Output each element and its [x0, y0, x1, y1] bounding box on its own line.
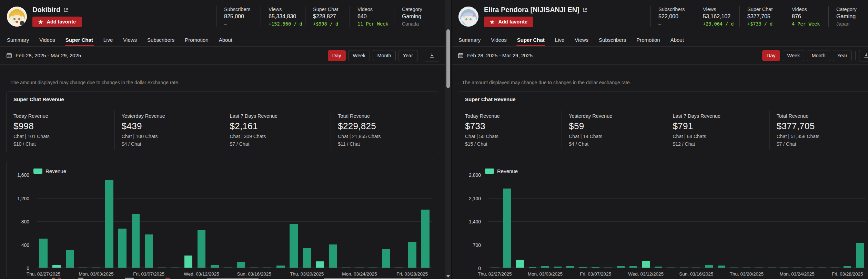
date-range-picker[interactable]: Feb 28, 2025 - Mar 29, 2025: [458, 52, 533, 58]
range-button[interactable]: Day: [328, 50, 346, 61]
chart-bar[interactable]: [276, 266, 285, 268]
chart-bar[interactable]: [617, 266, 625, 268]
chart-bar[interactable]: [290, 224, 298, 268]
chart-bar[interactable]: [780, 267, 788, 268]
chart-bar[interactable]: [303, 248, 311, 268]
tab-item[interactable]: Super Chat: [65, 33, 93, 46]
chart-bar[interactable]: [642, 261, 650, 268]
channel-name[interactable]: Elira Pendora [NIJISANJI EN]: [484, 6, 579, 14]
chart-bar[interactable]: [211, 265, 219, 268]
chart-bar[interactable]: [263, 267, 272, 268]
range-button[interactable]: Month: [807, 50, 830, 61]
chart-bar[interactable]: [768, 267, 776, 268]
tab-item[interactable]: Subscribers: [599, 33, 626, 46]
tab-item[interactable]: Videos: [491, 33, 507, 46]
chart-bar[interactable]: [355, 267, 364, 268]
download-button[interactable]: [425, 50, 439, 61]
tab-item[interactable]: Views: [123, 33, 137, 46]
chart-bar[interactable]: [105, 180, 113, 268]
tab-item[interactable]: Live: [103, 33, 113, 46]
add-favorite-button[interactable]: ★ Add favorite: [32, 17, 82, 27]
chart-bar[interactable]: [566, 266, 574, 268]
chart-bar[interactable]: [503, 189, 511, 268]
range-button[interactable]: Week: [783, 50, 805, 61]
chart-bar[interactable]: [145, 234, 153, 268]
chart-bar[interactable]: [831, 267, 839, 268]
chart-bar[interactable]: [755, 267, 763, 268]
tab-item[interactable]: Super Chat: [517, 33, 545, 46]
chart-bar[interactable]: [541, 266, 549, 268]
chart-bar[interactable]: [529, 267, 537, 268]
chart-bar[interactable]: [680, 267, 688, 268]
chart-bar[interactable]: [743, 267, 751, 268]
chart-bar[interactable]: [554, 267, 562, 268]
chart-bar[interactable]: [491, 267, 499, 268]
chart-bar[interactable]: [158, 267, 166, 268]
chart-bar[interactable]: [408, 242, 416, 268]
chart-bar[interactable]: [844, 266, 851, 268]
chart-bar[interactable]: [856, 243, 864, 268]
chart-bar[interactable]: [730, 267, 738, 268]
tab-item[interactable]: About: [670, 33, 684, 46]
tab-item[interactable]: Subscribers: [147, 33, 174, 46]
tab-item[interactable]: Summary: [7, 33, 29, 46]
chart-bar[interactable]: [667, 267, 675, 268]
tab-item[interactable]: About: [219, 33, 232, 46]
chart-bar[interactable]: [171, 267, 179, 268]
tab-item[interactable]: Summary: [458, 33, 481, 46]
chart-bar[interactable]: [369, 267, 377, 268]
range-button[interactable]: Year: [398, 50, 417, 61]
triangle-down-icon[interactable]: [446, 275, 450, 278]
chart-bar[interactable]: [516, 260, 524, 268]
chart-bar[interactable]: [39, 239, 48, 268]
chart-bar[interactable]: [421, 210, 430, 268]
chart-bar[interactable]: [604, 267, 612, 268]
tab-item[interactable]: Promotion: [185, 33, 208, 46]
chart-bar[interactable]: [705, 265, 713, 268]
range-button[interactable]: Month: [373, 50, 395, 61]
chart-bar[interactable]: [629, 266, 637, 268]
tab-item[interactable]: Videos: [39, 33, 55, 46]
tab-item[interactable]: Views: [575, 33, 588, 46]
chart-bar[interactable]: [66, 250, 74, 268]
chart-bar[interactable]: [237, 262, 245, 268]
chart-bar[interactable]: [118, 229, 127, 268]
chart-bar[interactable]: [806, 267, 814, 268]
chart-bar[interactable]: [132, 214, 140, 268]
chart-bar[interactable]: [579, 267, 587, 268]
chart-bar[interactable]: [250, 267, 259, 268]
external-link-icon[interactable]: [583, 8, 587, 12]
chart-bar[interactable]: [592, 267, 599, 268]
stat-value: Gaming: [836, 13, 868, 20]
scrollbar-thumb[interactable]: [446, 29, 450, 88]
chart-bar[interactable]: [184, 256, 193, 268]
tab-item[interactable]: Live: [555, 33, 565, 46]
download-button[interactable]: [859, 50, 868, 61]
range-button[interactable]: Week: [349, 50, 370, 61]
chart-bar[interactable]: [329, 244, 337, 268]
chart-bar[interactable]: [655, 267, 663, 268]
chart-bar[interactable]: [52, 265, 61, 268]
chart-bar[interactable]: [718, 266, 726, 268]
chart-bar[interactable]: [79, 267, 87, 268]
legend-label: Revenue: [497, 168, 518, 174]
chart-bar[interactable]: [198, 230, 206, 268]
revenue-per-chat: $7 / Chat: [230, 141, 324, 147]
tab-item[interactable]: Promotion: [636, 33, 660, 46]
chart-bar[interactable]: [382, 249, 390, 268]
chart-bar[interactable]: [818, 267, 826, 268]
chart-bar[interactable]: [395, 267, 403, 268]
range-button[interactable]: Day: [762, 50, 780, 61]
chart-bar[interactable]: [316, 261, 324, 268]
external-link-icon[interactable]: [63, 8, 68, 12]
left-panel-scrollbar[interactable]: [445, 0, 451, 279]
chart-bar[interactable]: [224, 267, 232, 268]
add-favorite-button[interactable]: ★ Add favorite: [484, 17, 533, 27]
range-button[interactable]: Year: [833, 50, 852, 61]
date-range-picker[interactable]: Feb 28, 2025 - Mar 29, 2025: [6, 52, 81, 58]
channel-name[interactable]: Dokibird: [32, 6, 60, 14]
chart-bar[interactable]: [793, 267, 801, 268]
chart-bar[interactable]: [692, 267, 700, 268]
chart-bar[interactable]: [342, 267, 351, 268]
chart-bar[interactable]: [92, 267, 100, 268]
